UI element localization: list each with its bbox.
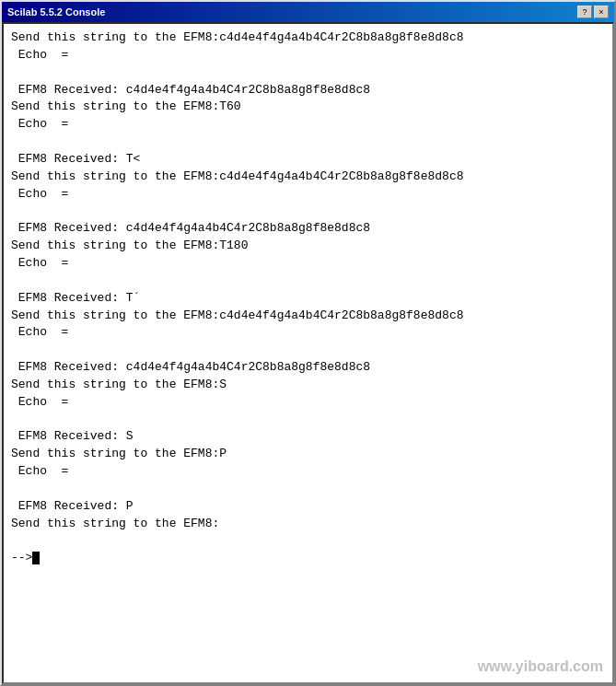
console-area: Send this string to the EFM8:c4d4e4f4g4a… bbox=[2, 22, 614, 684]
title-bar: Scilab 5.5.2 Console ? × bbox=[2, 2, 614, 22]
main-window: Scilab 5.5.2 Console ? × Send this strin… bbox=[0, 0, 616, 686]
title-bar-controls: ? × bbox=[577, 6, 609, 18]
close-button[interactable]: × bbox=[594, 6, 609, 18]
window-title: Scilab 5.5.2 Console bbox=[7, 6, 105, 17]
help-button[interactable]: ? bbox=[577, 6, 592, 18]
console-output[interactable]: Send this string to the EFM8:c4d4e4f4g4a… bbox=[4, 24, 612, 682]
cursor bbox=[32, 552, 40, 564]
